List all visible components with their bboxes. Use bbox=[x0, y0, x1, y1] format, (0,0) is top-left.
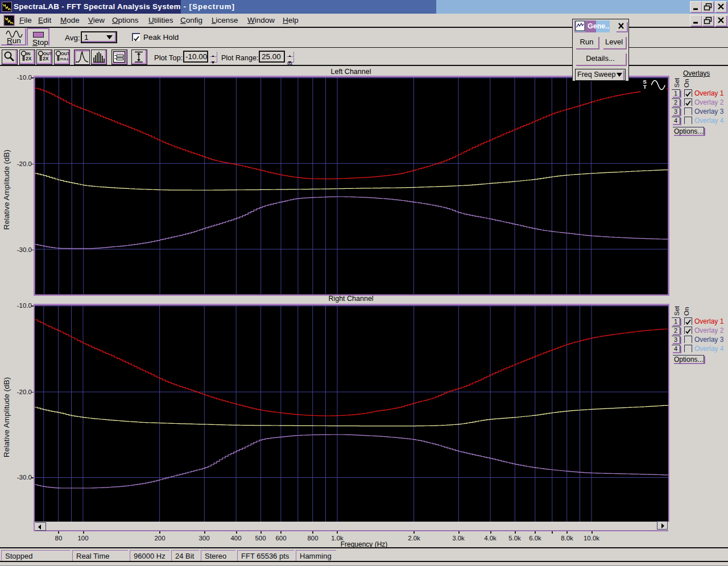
svg-text:FULL: FULL bbox=[60, 57, 69, 61]
svg-text:2X: 2X bbox=[26, 56, 32, 61]
svg-text:Set: Set bbox=[673, 305, 680, 316]
svg-text:Relative Amplitude (dB): Relative Amplitude (dB) bbox=[2, 377, 11, 457]
svg-text:2X: 2X bbox=[43, 56, 49, 61]
svg-text:Set: Set bbox=[673, 77, 680, 88]
svg-text:On: On bbox=[683, 79, 690, 88]
svg-text:OUT: OUT bbox=[61, 51, 69, 56]
svg-text:Relative Amplitude (dB): Relative Amplitude (dB) bbox=[2, 150, 11, 230]
svg-text:T: T bbox=[643, 84, 647, 90]
svg-text:On: On bbox=[683, 307, 690, 316]
